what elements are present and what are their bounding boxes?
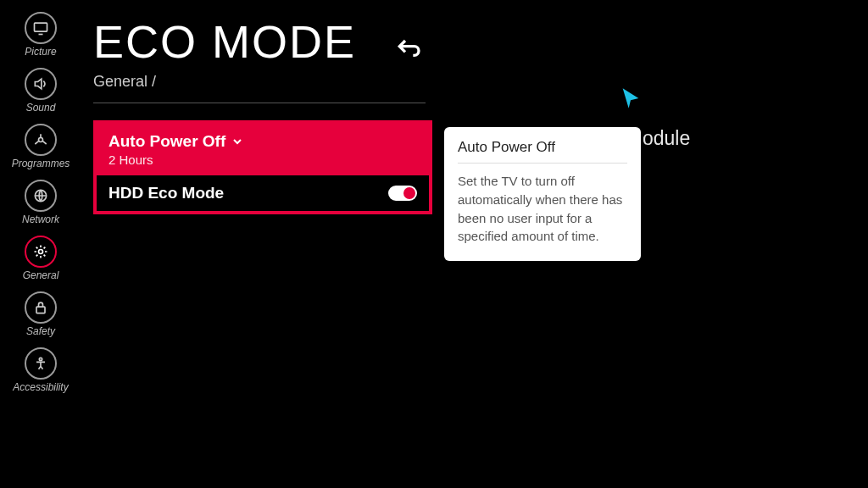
svg-marker-2 (35, 79, 42, 89)
svg-point-8 (39, 250, 43, 254)
sidebar-item-programmes[interactable]: Programmes (0, 120, 81, 171)
sidebar-item-label: Programmes (12, 158, 70, 169)
sidebar-item-general[interactable]: General (0, 232, 81, 283)
cursor-pointer-icon (619, 86, 643, 110)
sidebar-item-sound[interactable]: Sound (0, 64, 81, 115)
breadcrumb: General / (93, 73, 868, 91)
lock-icon (25, 291, 57, 324)
svg-point-10 (39, 358, 42, 360)
svg-line-6 (43, 141, 47, 144)
divider (93, 103, 426, 103)
sidebar-item-accessibility[interactable]: Accessibility (0, 344, 81, 395)
sidebar-item-network[interactable]: Network (0, 176, 81, 227)
setting-auto-power-off[interactable]: Auto Power Off 2 Hours (97, 124, 429, 175)
chevron-down-icon (231, 135, 244, 148)
setting-hdd-eco-mode[interactable]: HDD Eco Mode (97, 175, 429, 211)
svg-point-3 (39, 138, 43, 142)
sidebar-item-label: Network (22, 214, 59, 225)
toggle-switch[interactable] (388, 186, 417, 201)
sidebar-item-picture[interactable]: Picture (0, 8, 81, 59)
setting-label: Auto Power Off (108, 132, 225, 151)
sidebar-item-label: Sound (26, 102, 56, 114)
network-icon (25, 180, 57, 212)
setting-label: HDD Eco Mode (108, 184, 224, 202)
svg-rect-9 (36, 307, 45, 313)
setting-value: 2 Hours (108, 152, 417, 167)
back-icon (395, 34, 422, 61)
svg-rect-0 (35, 23, 47, 31)
sound-icon (25, 68, 57, 100)
sidebar-item-label: Safety (26, 325, 55, 337)
help-tooltip: Auto Power Off Set the TV to turn off au… (444, 127, 641, 261)
sidebar-item-label: Accessibility (13, 381, 68, 393)
sidebar-item-label: Picture (25, 46, 56, 58)
svg-line-5 (35, 141, 38, 144)
programmes-icon (25, 124, 57, 156)
tooltip-body: Set the TV to turn off automatically whe… (458, 172, 627, 246)
gear-icon (25, 236, 57, 268)
settings-list: Auto Power Off 2 Hours HDD Eco Mode (93, 120, 432, 214)
back-button[interactable] (395, 34, 422, 61)
setting-row-title: Auto Power Off (108, 132, 417, 151)
tooltip-title: Auto Power Off (458, 139, 627, 164)
sidebar-item-label: General (23, 269, 59, 281)
picture-icon (25, 12, 57, 44)
accessibility-icon (25, 347, 57, 380)
page-title: ECO MODE (93, 15, 868, 68)
toggle-knob (403, 187, 415, 199)
sidebar-item-safety[interactable]: Safety (0, 288, 81, 339)
sidebar: Picture Sound Programmes Network General… (0, 0, 81, 488)
obscured-text: odule (643, 127, 690, 150)
